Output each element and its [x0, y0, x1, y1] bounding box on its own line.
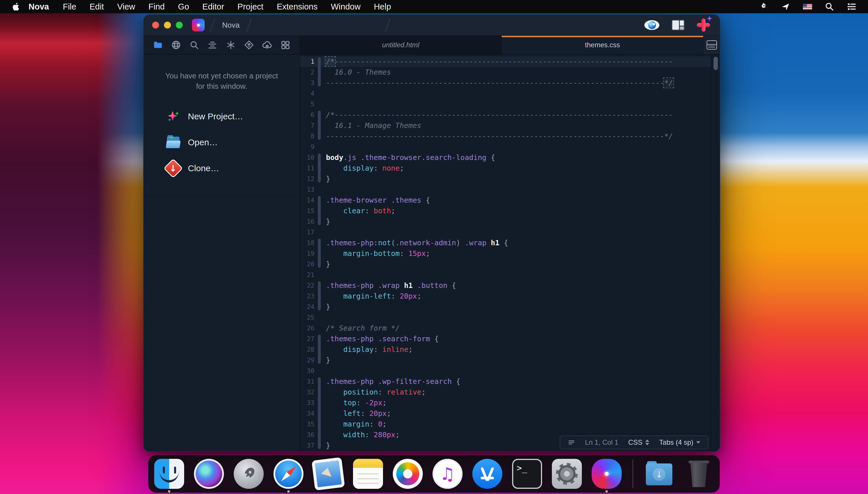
- new-sparkle-icon[interactable]: [697, 18, 710, 32]
- fold-indicator[interactable]: [318, 153, 321, 183]
- sidebar-tool-issues-icon[interactable]: [225, 39, 237, 51]
- code-line[interactable]: 31.themes-php .wp-filter-search {: [300, 376, 711, 387]
- fold-indicator[interactable]: [318, 239, 321, 268]
- code-line[interactable]: 35 margin: 0;: [300, 419, 711, 430]
- code-line[interactable]: 38: [300, 451, 711, 452]
- code-line[interactable]: 7 16.1 - Manage Themes: [300, 120, 711, 131]
- dock-trash-icon[interactable]: [684, 459, 714, 489]
- menu-window[interactable]: Window: [324, 0, 367, 13]
- fold-indicator[interactable]: [318, 335, 321, 364]
- dock-terminal-icon[interactable]: >_: [512, 459, 542, 489]
- list-icon[interactable]: [847, 2, 856, 12]
- zoom-button[interactable]: [176, 22, 183, 28]
- dock-mail-icon[interactable]: [313, 459, 343, 489]
- minimize-button[interactable]: [164, 22, 171, 28]
- preview-eye-icon[interactable]: [644, 20, 659, 30]
- menu-extensions[interactable]: Extensions: [270, 0, 324, 13]
- fold-indicator[interactable]: [318, 281, 321, 310]
- menu-go[interactable]: Go: [171, 0, 196, 13]
- code-line[interactable]: 13: [300, 184, 711, 195]
- code-line[interactable]: 16}: [300, 216, 711, 227]
- code-line[interactable]: 30: [300, 365, 711, 376]
- fold-indicator[interactable]: [318, 377, 321, 449]
- code-line[interactable]: 8---------------------------------------…: [300, 131, 711, 141]
- code-line[interactable]: 20}: [300, 259, 711, 269]
- tab-untitled-html[interactable]: untitled.html: [300, 36, 502, 54]
- code-line[interactable]: 29}: [300, 355, 711, 365]
- dock-music-icon[interactable]: ♫: [432, 459, 463, 489]
- cursor-position[interactable]: Ln 1, Col 1: [585, 438, 618, 446]
- menu-help[interactable]: Help: [367, 0, 398, 13]
- code-line[interactable]: 25: [300, 312, 711, 323]
- code-line[interactable]: 9: [300, 141, 711, 152]
- code-line[interactable]: 22.themes-php .wrap h1 .button {: [300, 280, 711, 291]
- action-new-project[interactable]: New Project…: [166, 107, 300, 126]
- code-line[interactable]: 33 top: -2px;: [300, 397, 711, 408]
- code-line[interactable]: 18.themes-php:not(.network-admin) .wrap …: [300, 238, 711, 248]
- dock-safari-icon[interactable]: [273, 459, 304, 489]
- dock-system-preferences-icon[interactable]: [552, 459, 582, 489]
- indentation-selector[interactable]: Tabs (4 sp): [659, 438, 700, 446]
- code-line[interactable]: 11 display: none;: [300, 163, 711, 173]
- code-line[interactable]: 27.themes-php .search-form {: [300, 334, 711, 344]
- dock-finder-icon[interactable]: [154, 459, 184, 489]
- dock-siri-icon[interactable]: [194, 459, 224, 489]
- sidebar-tool-files-icon[interactable]: [152, 39, 164, 51]
- code-line[interactable]: 15 clear: both;: [300, 206, 711, 216]
- sidebar-tool-version-control-icon[interactable]: [243, 39, 255, 51]
- sidebar-tool-search-icon[interactable]: [188, 39, 200, 51]
- fold-indicator[interactable]: [318, 57, 321, 87]
- tab-themes-css[interactable]: themes.css: [502, 36, 703, 54]
- close-button[interactable]: [152, 22, 159, 28]
- code-line[interactable]: 19 margin-bottom: 15px;: [300, 248, 711, 259]
- code-line[interactable]: 6/*-------------------------------------…: [300, 110, 711, 120]
- code-area[interactable]: 1/*-------------------------------------…: [300, 55, 711, 452]
- menu-editor[interactable]: Editor: [196, 0, 231, 13]
- code-line[interactable]: 5: [300, 99, 711, 110]
- sidebar-tool-remote-icon[interactable]: [170, 39, 182, 51]
- sidebar-tool-publish-icon[interactable]: [261, 39, 273, 51]
- scrollbar-thumb[interactable]: [714, 57, 718, 70]
- fold-indicator[interactable]: [318, 111, 321, 140]
- editor-options-button[interactable]: [703, 36, 720, 54]
- action-open-folder[interactable]: Open…: [166, 133, 300, 152]
- fold-indicator[interactable]: [318, 196, 321, 225]
- spotlight-icon[interactable]: [825, 2, 834, 11]
- menu-file[interactable]: File: [56, 0, 83, 13]
- code-line[interactable]: 24}: [300, 302, 711, 312]
- code-line[interactable]: 3---------------------------------------…: [300, 78, 711, 88]
- code-line[interactable]: 23 margin-left: 20px;: [300, 291, 711, 302]
- dock-nova-icon[interactable]: [592, 459, 622, 489]
- code-line[interactable]: 10body.js .theme-browser.search-loading …: [300, 152, 711, 163]
- code-line[interactable]: 12}: [300, 173, 711, 184]
- sidebar-tool-extensions-icon[interactable]: [279, 39, 292, 51]
- code-line[interactable]: 14.theme-browser .themes {: [300, 195, 711, 206]
- code-line[interactable]: 1/*-------------------------------------…: [300, 56, 711, 67]
- code-line[interactable]: 28 display: inline;: [300, 344, 711, 355]
- menu-find[interactable]: Find: [142, 0, 171, 13]
- menu-edit[interactable]: Edit: [83, 0, 111, 13]
- dock-notes-icon[interactable]: [353, 459, 383, 489]
- action-clone[interactable]: ↓Clone…: [166, 159, 300, 178]
- language-selector[interactable]: CSS: [628, 438, 649, 446]
- code-line[interactable]: 2 16.0 - Themes: [300, 67, 711, 78]
- pointer-icon[interactable]: [781, 2, 790, 11]
- code-line[interactable]: 4: [300, 88, 711, 99]
- avast-icon[interactable]: [759, 2, 768, 11]
- code-line[interactable]: 34 left: 20px;: [300, 408, 711, 419]
- code-line[interactable]: 17: [300, 227, 711, 238]
- split-editor-icon[interactable]: [672, 20, 685, 31]
- dock-photos-icon[interactable]: [393, 459, 423, 489]
- code-line[interactable]: 32 position: relative;: [300, 387, 711, 397]
- dock-launchpad-icon[interactable]: [234, 459, 264, 489]
- apple-menu-icon[interactable]: [12, 2, 21, 11]
- title-bar[interactable]: Nova: [143, 15, 720, 36]
- dock-app-store-icon[interactable]: [472, 459, 502, 489]
- sidebar-tool-symbols-icon[interactable]: [206, 39, 219, 51]
- editor[interactable]: 1/*-------------------------------------…: [300, 55, 720, 452]
- code-line[interactable]: 26/* Search form */: [300, 323, 711, 334]
- menu-project[interactable]: Project: [231, 0, 270, 13]
- menu-view[interactable]: View: [111, 0, 142, 13]
- us-flag-icon[interactable]: [803, 4, 812, 10]
- scrollbar-track[interactable]: [711, 55, 720, 452]
